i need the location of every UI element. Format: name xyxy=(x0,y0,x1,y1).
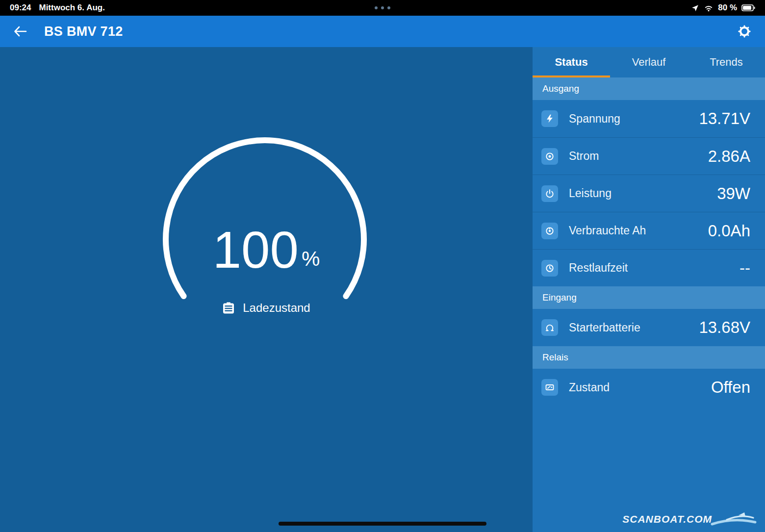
consumed-ah-icon xyxy=(541,223,558,239)
current-icon xyxy=(541,148,558,165)
battery-fill-icon xyxy=(222,302,235,314)
status-time: 09:24 xyxy=(10,3,31,13)
row-verbrauchte-ah: Verbrauchte Ah 0.0Ah xyxy=(533,212,765,249)
tab-verlauf[interactable]: Verlauf xyxy=(610,47,688,77)
lightning-icon xyxy=(541,110,558,127)
relais-rows: Zustand Offen xyxy=(533,369,765,406)
eingang-rows: Starterbatterie 13.68V xyxy=(533,309,765,346)
watermark-text: SCANBOAT.COM xyxy=(622,513,712,525)
row-spannung: Spannung 13.71V xyxy=(533,100,765,137)
victron-connect-screen: 09:24 Mittwoch 6. Aug. 80 % xyxy=(0,0,765,532)
gear-icon[interactable] xyxy=(737,24,752,39)
state-of-charge-label: Ladezustand xyxy=(0,301,533,315)
tab-status[interactable]: Status xyxy=(533,47,610,77)
multitasking-dots-icon xyxy=(375,6,390,9)
section-header-eingang: Eingang xyxy=(533,286,765,309)
location-icon xyxy=(691,4,699,12)
time-remaining-icon xyxy=(541,260,558,277)
row-restlaufzeit: Restlaufzeit -- xyxy=(533,249,765,286)
status-bar: 09:24 Mittwoch 6. Aug. 80 % xyxy=(0,0,765,16)
tab-trends[interactable]: Trends xyxy=(688,47,765,77)
gauge-pane: 100 % Ladezustand xyxy=(0,47,533,532)
tab-bar: Status Verlauf Trends xyxy=(533,47,765,77)
app-bar: BS BMV 712 xyxy=(0,16,765,47)
ausgang-rows: Spannung 13.71V Strom 2.86A xyxy=(533,100,765,286)
battery-percent: 80 % xyxy=(718,3,737,13)
soc-caption: Ladezustand xyxy=(243,301,310,315)
row-zustand: Zustand Offen xyxy=(533,369,765,406)
home-indicator[interactable] xyxy=(279,522,486,526)
scanboat-watermark: SCANBOAT.COM xyxy=(622,509,757,529)
row-leistung: Leistung 39W xyxy=(533,175,765,212)
soc-number: 100 xyxy=(213,224,299,276)
section-header-relais: Relais xyxy=(533,346,765,369)
wifi-icon xyxy=(704,4,714,12)
state-of-charge-value: 100 % xyxy=(0,207,533,276)
status-panel: Status Verlauf Trends Ausgang Spannung 1… xyxy=(533,47,765,532)
starter-battery-icon xyxy=(541,319,558,336)
row-starterbatterie: Starterbatterie 13.68V xyxy=(533,309,765,346)
relay-icon xyxy=(541,379,558,396)
page-title: BS BMV 712 xyxy=(44,24,123,39)
soc-unit: % xyxy=(302,247,320,271)
row-strom: Strom 2.86A xyxy=(533,137,765,175)
back-button[interactable] xyxy=(13,25,27,38)
scanboat-logo-icon xyxy=(710,509,757,529)
battery-icon xyxy=(741,4,755,11)
status-date: Mittwoch 6. Aug. xyxy=(39,3,104,13)
section-header-ausgang: Ausgang xyxy=(533,77,765,100)
power-icon xyxy=(541,185,558,202)
